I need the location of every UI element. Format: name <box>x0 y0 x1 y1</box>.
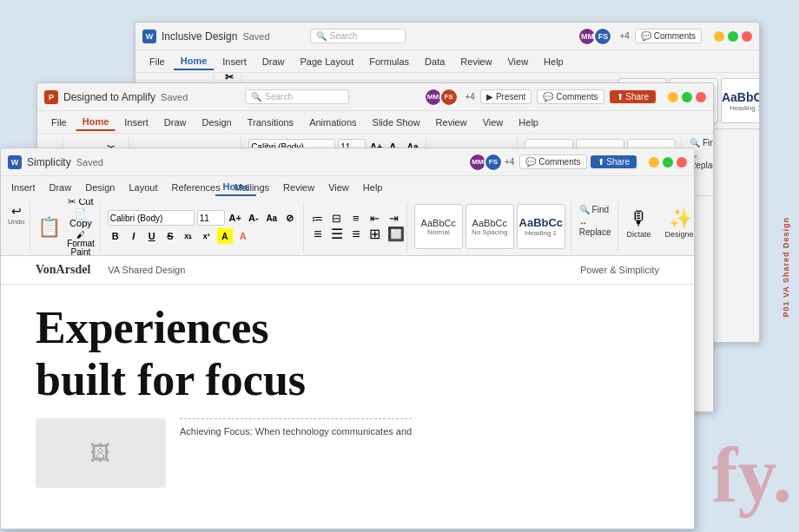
fontcolor-front[interactable]: A <box>235 228 251 244</box>
tab-review-front[interactable]: Review <box>276 180 321 195</box>
present-btn-mid[interactable]: ▶ Present <box>480 89 532 104</box>
tab-draw-front[interactable]: Draw <box>43 180 79 195</box>
share-btn-mid[interactable]: ⬆ Share <box>610 90 656 103</box>
case-front[interactable]: Aa <box>264 210 280 226</box>
tab-help-back[interactable]: Help <box>537 54 571 69</box>
minimize-mid[interactable] <box>668 92 678 102</box>
search-back[interactable]: 🔍 Search <box>310 29 406 43</box>
search-mid[interactable]: 🔍 Search <box>245 89 349 104</box>
tab-formulas-back[interactable]: Formulas <box>362 54 416 69</box>
tab-view-mid[interactable]: View <box>476 115 511 130</box>
maximize-front[interactable] <box>663 157 673 167</box>
tab-insert-mid[interactable]: Insert <box>117 115 155 130</box>
share-btn-front[interactable]: ⬆ Share <box>591 155 637 168</box>
tab-home-front[interactable]: Home <box>215 179 256 196</box>
ribbon-tabs-back: File Home Insert Draw Page Layout Formul… <box>135 50 759 73</box>
tab-transitions-mid[interactable]: Transitions <box>241 115 300 130</box>
tab-animations-mid[interactable]: Animations <box>302 115 363 130</box>
body-text-front: Achieving Focus: When technology communi… <box>180 418 412 439</box>
cut-front[interactable]: ✂ Cut <box>65 199 96 207</box>
tab-file-back[interactable]: File <box>142 54 172 69</box>
search-placeholder-back: Search <box>330 31 358 41</box>
tab-data-back[interactable]: Data <box>418 54 452 69</box>
tab-home-back[interactable]: Home <box>174 53 215 70</box>
list1-front[interactable]: ≔ <box>309 212 327 225</box>
doc-title-back: Inclusive Design <box>162 30 237 43</box>
tab-help-mid[interactable]: Help <box>512 115 545 130</box>
saved-back: Saved <box>242 31 269 42</box>
window-simplicity: W Simplicity Saved MM FS +4 💬 Comments ⬆… <box>0 148 695 529</box>
style-h1-front[interactable]: AaBbCc Heading 1 <box>517 204 565 249</box>
close-mid[interactable] <box>696 92 706 102</box>
minimize-back[interactable] <box>714 31 724 42</box>
shrink-front[interactable]: A- <box>246 210 261 226</box>
fontsize-front[interactable] <box>197 210 225 226</box>
dec-front[interactable]: ⇤ <box>366 212 384 225</box>
tab-home-mid[interactable]: Home <box>76 114 116 131</box>
ar-front[interactable]: ≡ <box>347 227 365 242</box>
tab-design-front[interactable]: Design <box>78 180 122 195</box>
clear-front[interactable]: ⊘ <box>282 210 298 226</box>
tab-slideshow-mid[interactable]: Slide Show <box>366 115 427 130</box>
list3-front[interactable]: ≡ <box>347 212 365 225</box>
search-icon-back: 🔍 <box>316 31 327 41</box>
doc-header-front: VonArsdel VA Shared Design Power & Simpl… <box>1 256 694 285</box>
maximize-mid[interactable] <box>682 92 692 102</box>
tab-review-mid[interactable]: Review <box>429 115 474 130</box>
comments-btn-back[interactable]: 💬 Comments <box>635 29 702 43</box>
tab-draw-back[interactable]: Draw <box>255 54 292 69</box>
comments-btn-front[interactable]: 💬 Comments <box>519 154 586 169</box>
paste-front[interactable]: 📋 <box>36 217 63 238</box>
doc-title-mid: Designed to Amplify <box>63 91 155 103</box>
close-front[interactable] <box>677 157 687 167</box>
tab-draw-mid[interactable]: Draw <box>157 115 194 130</box>
styles-front: AaBbCc Normal AaBbCc No Spacing AaBbCc H… <box>409 202 571 252</box>
undo-front[interactable]: ↩ <box>10 204 23 218</box>
shade-front[interactable]: 🔲 <box>386 227 403 242</box>
sup-front[interactable]: x¹ <box>199 228 215 244</box>
copy-front[interactable]: 📄 Copy <box>65 208 96 229</box>
saved-mid: Saved <box>161 92 188 102</box>
tab-design-mid[interactable]: Design <box>195 115 238 130</box>
tab-view-back[interactable]: View <box>500 54 535 69</box>
inc-front[interactable]: ⇥ <box>386 212 403 225</box>
style-h1-back[interactable]: AaBbCc Heading 1 <box>721 78 759 123</box>
find-front[interactable]: 🔍 Find <box>577 204 614 215</box>
tab-view-front[interactable]: View <box>321 180 356 195</box>
comments-btn-mid[interactable]: 💬 Comments <box>537 89 604 104</box>
win-controls-mid <box>668 92 706 102</box>
highlight-front[interactable]: A <box>217 228 233 244</box>
italic-front[interactable]: I <box>126 228 142 244</box>
tab-layout-front[interactable]: Layout <box>122 180 164 195</box>
dictate-front[interactable]: 🎙 Dictate <box>622 204 657 250</box>
tab-file-mid[interactable]: File <box>44 115 74 130</box>
maximize-back[interactable] <box>728 31 738 42</box>
tab-insert-front[interactable]: Insert <box>4 180 43 195</box>
replace-front[interactable]: ↔ Replace <box>577 217 614 238</box>
al-front[interactable]: ≡ <box>309 227 327 242</box>
tab-insert-back[interactable]: Insert <box>215 54 254 69</box>
font-front[interactable] <box>108 210 195 226</box>
ac-front[interactable]: ☰ <box>328 227 346 242</box>
aj-front[interactable]: ⊞ <box>366 227 384 242</box>
word-icon-back: W <box>142 30 156 43</box>
strike-front[interactable]: S <box>162 228 178 244</box>
designer-front[interactable]: ✨ Designer <box>660 204 694 250</box>
right-tools-front: 🎙 Dictate ✨ Designer <box>620 202 695 252</box>
list2-front[interactable]: ⊟ <box>328 212 346 225</box>
sub-front[interactable]: x₁ <box>181 228 196 244</box>
grow-front[interactable]: A+ <box>228 210 243 226</box>
ribbon-tabs-front: Insert Draw Design Layout References Mai… <box>1 176 694 199</box>
minimize-front[interactable] <box>649 157 659 167</box>
underline-front[interactable]: U <box>144 228 160 244</box>
tab-pagelayout-back[interactable]: Page Layout <box>293 54 360 69</box>
tab-help-front[interactable]: Help <box>356 180 390 195</box>
tab-review-back[interactable]: Review <box>453 54 499 69</box>
style-normal-front[interactable]: AaBbCc Normal <box>414 204 463 249</box>
fp-front[interactable]: 🖌 Format Paint <box>65 230 96 256</box>
bold-front[interactable]: B <box>108 228 123 244</box>
count-front: +4 <box>505 157 514 167</box>
close-back[interactable] <box>742 31 752 42</box>
title-bar-right-back: MM FS +4 💬 Comments <box>581 27 702 46</box>
style-nospace-front[interactable]: AaBbCc No Spacing <box>466 204 514 249</box>
